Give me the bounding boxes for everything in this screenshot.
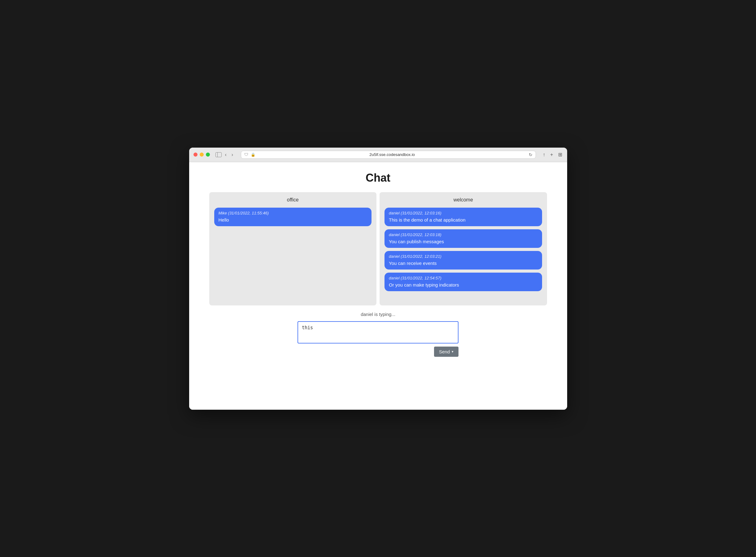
minimize-button[interactable] bbox=[200, 152, 204, 156]
message-meta: daniel (31/01/2022, 12:03:18) bbox=[389, 232, 538, 237]
new-tab-button[interactable]: + bbox=[550, 151, 554, 158]
send-btn-container: Send ▾ bbox=[298, 347, 458, 357]
message-meta: daniel (31/01/2022, 12:03:16) bbox=[389, 211, 538, 215]
message-input[interactable] bbox=[298, 321, 458, 344]
grid-button[interactable]: ⊞ bbox=[558, 151, 563, 158]
list-item: Mike (31/01/2022, 11:55:46) Hello bbox=[214, 208, 372, 226]
send-button-label: Send bbox=[439, 349, 450, 354]
message-meta: Mike (31/01/2022, 11:55:46) bbox=[219, 211, 367, 215]
browser-window: ‹ › 🛡 🔒 2u5lf.sse.codesandbox.io ↻ ↑ + ⊞… bbox=[189, 148, 567, 410]
forward-button[interactable]: › bbox=[230, 152, 235, 158]
channel-welcome: welcome daniel (31/01/2022, 12:03:16) Th… bbox=[380, 192, 547, 305]
lock-icon: 🔒 bbox=[251, 152, 255, 157]
url-text: 2u5lf.sse.codesandbox.io bbox=[258, 152, 526, 157]
message-text: Hello bbox=[219, 216, 367, 223]
list-item: daniel (31/01/2022, 12:03:16) This is th… bbox=[385, 208, 542, 226]
channels-container: office Mike (31/01/2022, 11:55:46) Hello… bbox=[208, 192, 549, 305]
list-item: daniel (31/01/2022, 12:03:21) You can re… bbox=[385, 251, 542, 269]
channel-office-name: office bbox=[214, 197, 372, 203]
channel-welcome-name: welcome bbox=[385, 197, 542, 203]
channel-office: office Mike (31/01/2022, 11:55:46) Hello bbox=[209, 192, 377, 305]
browser-controls: ‹ › bbox=[216, 152, 235, 158]
browser-chrome: ‹ › 🛡 🔒 2u5lf.sse.codesandbox.io ↻ ↑ + ⊞ bbox=[189, 148, 567, 162]
list-item: daniel (31/01/2022, 12:03:18) You can pu… bbox=[385, 229, 542, 248]
list-item: daniel (31/01/2022, 12:54:57) Or you can… bbox=[385, 273, 542, 291]
dropdown-arrow-icon: ▾ bbox=[452, 350, 453, 354]
page-title: Chat bbox=[208, 171, 549, 184]
shield-icon: 🛡 bbox=[244, 152, 248, 157]
message-text: Or you can make typing indicators bbox=[389, 282, 538, 288]
send-button[interactable]: Send ▾ bbox=[434, 347, 458, 357]
refresh-button[interactable]: ↻ bbox=[529, 152, 532, 157]
message-meta: daniel (31/01/2022, 12:03:21) bbox=[389, 254, 538, 259]
traffic-lights bbox=[194, 152, 210, 156]
share-button[interactable]: ↑ bbox=[542, 151, 546, 158]
page-content: Chat office Mike (31/01/2022, 11:55:46) … bbox=[189, 162, 567, 410]
input-area: Send ▾ bbox=[208, 321, 549, 357]
message-text: You can publish messages bbox=[389, 238, 538, 245]
browser-actions: ↑ + ⊞ bbox=[542, 151, 562, 158]
sidebar-toggle[interactable] bbox=[216, 152, 222, 157]
typing-indicator: daniel is typing... bbox=[208, 312, 549, 317]
message-text: This is the demo of a chat application bbox=[389, 216, 538, 223]
address-bar[interactable]: 🛡 🔒 2u5lf.sse.codesandbox.io ↻ bbox=[241, 151, 536, 159]
back-button[interactable]: ‹ bbox=[224, 152, 228, 158]
welcome-messages: daniel (31/01/2022, 12:03:16) This is th… bbox=[385, 208, 542, 300]
office-messages: Mike (31/01/2022, 11:55:46) Hello bbox=[214, 208, 372, 300]
message-text: You can receive events bbox=[389, 260, 538, 266]
close-button[interactable] bbox=[194, 152, 197, 156]
fullscreen-button[interactable] bbox=[206, 152, 210, 156]
message-meta: daniel (31/01/2022, 12:54:57) bbox=[389, 276, 538, 281]
